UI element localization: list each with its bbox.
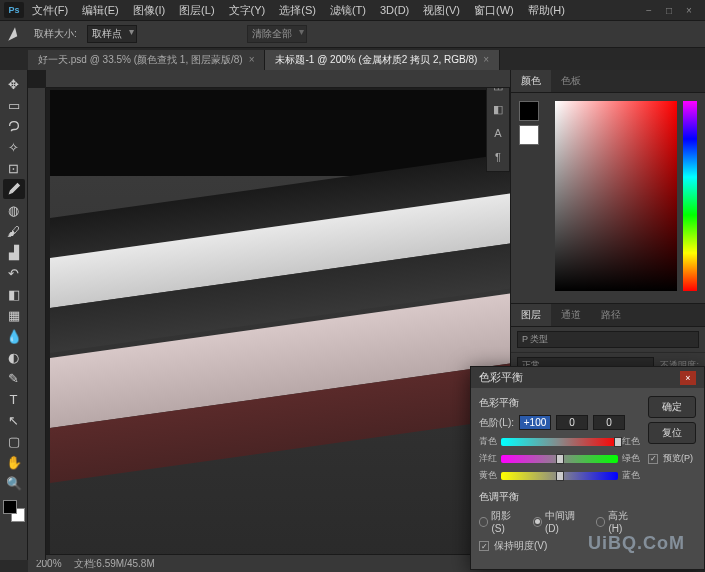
gradient-tool-icon[interactable]: ▦ [3, 305, 25, 325]
character-panel-icon[interactable]: A [490, 125, 506, 141]
history-brush-tool-icon[interactable]: ↶ [3, 263, 25, 283]
eraser-tool-icon[interactable]: ◧ [3, 284, 25, 304]
current-tool-icon[interactable] [6, 25, 24, 43]
foreground-color-swatch[interactable] [3, 500, 17, 514]
window-close-icon[interactable]: × [683, 4, 695, 16]
levels-input-2[interactable]: 0 [556, 415, 588, 430]
tab-label: 好一天.psd @ 33.5% (颜色查找 1, 图层蒙版/8) [38, 54, 243, 65]
paragraph-panel-icon[interactable]: ¶ [490, 149, 506, 165]
magenta-green-slider[interactable] [501, 455, 618, 463]
color-swatches[interactable] [3, 500, 25, 522]
dialog-close-icon[interactable]: × [680, 371, 696, 385]
color-panel [511, 93, 705, 303]
ruler-vertical[interactable] [28, 88, 46, 560]
window-restore-icon[interactable]: □ [663, 4, 675, 16]
zoom-tool-icon[interactable]: 🔍 [3, 473, 25, 493]
path-tool-icon[interactable]: ↖ [3, 410, 25, 430]
slider-thumb[interactable] [556, 454, 564, 464]
panel-background-swatch[interactable] [519, 125, 539, 145]
type-tool-icon[interactable]: T [3, 389, 25, 409]
ruler-horizontal[interactable] [46, 70, 510, 88]
document-canvas[interactable] [50, 90, 510, 560]
radio-label: 高光(H) [608, 509, 640, 534]
radio-shadows[interactable]: 阴影(S) [479, 509, 523, 534]
radio-icon [596, 517, 605, 527]
menu-image[interactable]: 图像(I) [127, 1, 171, 20]
slider-left-label: 黄色 [479, 469, 497, 482]
slider-thumb[interactable] [556, 471, 564, 481]
move-tool-icon[interactable]: ✥ [3, 74, 25, 94]
yellow-blue-slider[interactable] [501, 472, 618, 480]
dialog-title: 色彩平衡 [479, 370, 523, 385]
properties-panel-icon[interactable]: ◧ [490, 101, 506, 117]
tab-close-icon[interactable]: × [483, 54, 489, 65]
slider-right-label: 红色 [622, 435, 640, 448]
dialog-titlebar[interactable]: 色彩平衡 × [471, 367, 704, 388]
sample-size-label: 取样大小: [34, 27, 77, 41]
slider-left-label: 洋红 [479, 452, 497, 465]
menu-help[interactable]: 帮助(H) [522, 1, 571, 20]
section-color-balance: 色彩平衡 [479, 396, 640, 410]
layers-tab[interactable]: 图层 [511, 304, 551, 326]
radio-icon [479, 517, 488, 527]
brush-tool-icon[interactable]: 🖌 [3, 221, 25, 241]
stamp-tool-icon[interactable]: ▟ [3, 242, 25, 262]
blur-tool-icon[interactable]: 💧 [3, 326, 25, 346]
tab-close-icon[interactable]: × [249, 54, 255, 65]
menu-window[interactable]: 窗口(W) [468, 1, 520, 20]
menu-edit[interactable]: 编辑(E) [76, 1, 125, 20]
menu-3d[interactable]: 3D(D) [374, 2, 415, 18]
eyedropper-tool-icon[interactable] [3, 179, 25, 199]
tab-label: 未标题-1 @ 200% (金属材质2 拷贝 2, RGB/8) [275, 54, 477, 65]
panel-foreground-swatch[interactable] [519, 101, 539, 121]
radio-icon [533, 517, 542, 527]
ok-button[interactable]: 确定 [648, 396, 696, 418]
preview-label: 预览(P) [663, 452, 693, 465]
window-minimize-icon[interactable]: − [643, 4, 655, 16]
sample-size-dropdown[interactable]: 取样点 [87, 25, 137, 43]
menu-filter[interactable]: 滤镜(T) [324, 1, 372, 20]
levels-input-1[interactable]: +100 [519, 415, 551, 430]
cancel-button[interactable]: 复位 [648, 422, 696, 444]
menu-file[interactable]: 文件(F) [26, 1, 74, 20]
crop-tool-icon[interactable]: ⊡ [3, 158, 25, 178]
cyan-red-slider[interactable] [501, 438, 618, 446]
radio-midtones[interactable]: 中间调(D) [533, 509, 586, 534]
clear-all-button[interactable]: 清除全部 [247, 25, 307, 43]
shape-tool-icon[interactable]: ▢ [3, 431, 25, 451]
color-picker-field[interactable] [555, 101, 677, 291]
preserve-luminosity-checkbox[interactable] [479, 541, 489, 551]
wand-tool-icon[interactable]: ✧ [3, 137, 25, 157]
radio-label: 中间调(D) [545, 509, 586, 534]
pen-tool-icon[interactable]: ✎ [3, 368, 25, 388]
levels-label: 色阶(L): [479, 416, 514, 430]
slider-right-label: 绿色 [622, 452, 640, 465]
document-info[interactable]: 文档:6.59M/45.8M [74, 557, 155, 571]
menu-layer[interactable]: 图层(L) [173, 1, 220, 20]
document-tab-2[interactable]: 未标题-1 @ 200% (金属材质2 拷贝 2, RGB/8)× [265, 50, 500, 70]
preview-checkbox[interactable] [648, 454, 658, 464]
layer-kind-filter[interactable]: P 类型 [517, 331, 699, 348]
menu-view[interactable]: 视图(V) [417, 1, 466, 20]
document-tab-1[interactable]: 好一天.psd @ 33.5% (颜色查找 1, 图层蒙版/8)× [28, 50, 265, 70]
slider-thumb[interactable] [614, 437, 622, 447]
canvas-area [28, 70, 510, 560]
lasso-tool-icon[interactable] [3, 116, 25, 136]
slider-right-label: 蓝色 [622, 469, 640, 482]
heal-tool-icon[interactable]: ◍ [3, 200, 25, 220]
hue-slider[interactable] [683, 101, 697, 291]
levels-input-3[interactable]: 0 [593, 415, 625, 430]
channels-tab[interactable]: 通道 [551, 304, 591, 326]
section-tone-balance: 色调平衡 [479, 490, 640, 504]
marquee-tool-icon[interactable]: ▭ [3, 95, 25, 115]
menu-type[interactable]: 文字(Y) [223, 1, 272, 20]
radio-highlights[interactable]: 高光(H) [596, 509, 640, 534]
hand-tool-icon[interactable]: ✋ [3, 452, 25, 472]
color-tab[interactable]: 颜色 [511, 70, 551, 92]
menu-select[interactable]: 选择(S) [273, 1, 322, 20]
radio-label: 阴影(S) [491, 509, 522, 534]
swatches-tab[interactable]: 色板 [551, 70, 591, 92]
watermark: UiBQ.CoM [588, 533, 685, 554]
dodge-tool-icon[interactable]: ◐ [3, 347, 25, 367]
paths-tab[interactable]: 路径 [591, 304, 631, 326]
